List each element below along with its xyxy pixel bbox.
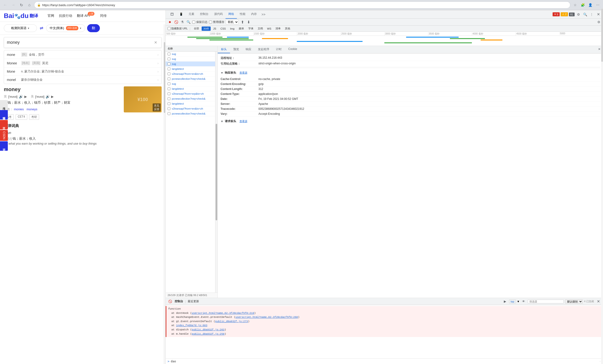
filter-type-js[interactable]: JS bbox=[212, 26, 218, 31]
tab-device[interactable]: 📱 bbox=[176, 10, 186, 19]
sidebar-sort[interactable]: 排序 bbox=[0, 100, 8, 110]
detail-tab-response[interactable]: 响应 bbox=[242, 46, 255, 53]
network-item-pcc-2[interactable]: pcnewcollection?req=check& bbox=[166, 96, 215, 101]
record-button[interactable]: ⏺ bbox=[168, 20, 172, 24]
address-bar[interactable]: 🔒 https://fanyi.baidu.com/?aldtype=16047… bbox=[34, 1, 570, 9]
detail-tab-initiator[interactable]: 发起程序 bbox=[255, 46, 273, 53]
detail-tab-cookie[interactable]: Cookie bbox=[285, 46, 300, 53]
detail-tab-preview[interactable]: 预览 bbox=[230, 46, 242, 53]
filter-type-ws[interactable]: WS bbox=[266, 26, 273, 31]
plural-moneys[interactable]: moneys bbox=[26, 107, 37, 111]
more-options-icon[interactable]: ⋮ bbox=[589, 12, 594, 17]
tab-sources[interactable]: 源代码 bbox=[211, 10, 226, 19]
translate-button[interactable]: 翻 bbox=[87, 24, 100, 32]
network-item-sug-1[interactable]: sug bbox=[166, 52, 215, 57]
back-button[interactable]: ← bbox=[2, 2, 9, 8]
nav-tongchuan[interactable]: 同传 bbox=[100, 14, 107, 18]
clear-button[interactable]: 🚫 bbox=[174, 20, 178, 24]
sidebar-csdn[interactable]: CSDN此 bbox=[0, 130, 8, 141]
console-link-5[interactable]: public_d8a932f.js:263 bbox=[192, 328, 225, 331]
tab-network[interactable]: 网络 bbox=[226, 10, 237, 19]
warn-count-badge[interactable]: ⚠ 2 bbox=[561, 12, 568, 16]
network-settings-icon[interactable]: ⚙ bbox=[596, 20, 601, 24]
nav-guanwang[interactable]: 官网 bbox=[47, 14, 54, 18]
pron-en-play[interactable]: ▶ bbox=[24, 95, 27, 98]
suggestion-item[interactable]: mone [医] 金钱，货币 › bbox=[4, 50, 162, 59]
tab-performance[interactable]: 性能 bbox=[237, 10, 248, 19]
filter-type-doc[interactable]: 文档 bbox=[256, 26, 265, 31]
search-network-icon[interactable]: 🔍 bbox=[186, 20, 191, 24]
msg-count-badge[interactable]: 81 bbox=[569, 12, 575, 16]
src-lang-select[interactable]: 检测到英语 ▼ bbox=[4, 24, 37, 32]
tab-elements[interactable]: 元素 bbox=[186, 10, 197, 19]
view-source-link[interactable]: 查看源 bbox=[240, 71, 247, 75]
filter-icon[interactable]: ⚗ bbox=[180, 20, 185, 24]
console-link-2[interactable]: userscript.html?name…62-3f20cdacf5f0:268 bbox=[235, 316, 298, 318]
panel-scrollbar[interactable] bbox=[163, 24, 165, 364]
sidebar-brief[interactable]: 简明释义 bbox=[0, 110, 8, 119]
pron-en-sound[interactable]: 🔊 bbox=[19, 95, 23, 98]
request-headers-header[interactable]: ▼ 请求标头 查看源 bbox=[220, 118, 600, 124]
upload-har-icon[interactable]: ⬆ bbox=[240, 20, 245, 24]
suggestion-item[interactable]: Monee [地名] [美国] 莫尼 › bbox=[4, 59, 162, 68]
tab-more[interactable]: >> bbox=[260, 10, 267, 19]
console-link-3[interactable]: public_d8a932f.js:273 bbox=[215, 320, 248, 323]
sidebar-resource[interactable]: 资源 bbox=[0, 141, 8, 151]
search-icon[interactable]: 🔍 bbox=[582, 12, 588, 17]
console-clear-icon[interactable]: 🚫 bbox=[168, 299, 173, 304]
feedback-button[interactable]: 意见反馈 bbox=[153, 104, 161, 111]
tab-console[interactable]: 控制台 bbox=[197, 10, 211, 19]
console-eye-icon[interactable]: 👁 bbox=[521, 299, 526, 304]
network-item-v2trans-1[interactable]: v2transapi?from=en&to=zh bbox=[166, 71, 215, 76]
tab-memory[interactable]: 内存 bbox=[248, 10, 260, 19]
devtools-close-button[interactable]: ✕ bbox=[595, 12, 601, 17]
console-close-button[interactable]: ✕ bbox=[595, 299, 601, 304]
network-item-langdetect-2[interactable]: langdetect bbox=[166, 86, 215, 91]
console-input[interactable] bbox=[171, 360, 599, 363]
filter-type-font[interactable]: 字体 bbox=[247, 26, 255, 31]
suggestion-item[interactable]: Mone n. 蒙乃尔合金; 蒙乃尔铜-镍合金 › bbox=[4, 68, 162, 76]
exam-tag-kaoyan[interactable]: 考研 bbox=[29, 114, 39, 120]
exam-tag-cet4[interactable]: CET4 bbox=[16, 114, 27, 120]
view-source-request-link[interactable]: 查看源 bbox=[240, 119, 247, 123]
filter-type-other[interactable]: 其他 bbox=[283, 26, 292, 31]
network-item-pcc-3[interactable]: pcnewcollection?req=check& bbox=[166, 111, 215, 116]
menu-icon[interactable]: ⋯ bbox=[594, 2, 601, 8]
filter-type-media[interactable]: 媒体 bbox=[237, 26, 246, 31]
profile-icon[interactable]: 👤 bbox=[587, 2, 593, 8]
extensions-icon[interactable]: 🧩 bbox=[579, 2, 586, 8]
pron-us-sound[interactable]: 🔊 bbox=[46, 95, 50, 98]
detail-tab-headers[interactable]: 标头 bbox=[218, 46, 230, 53]
sidebar-download[interactable]: 下载 bbox=[0, 120, 8, 129]
suggestion-item[interactable]: monel 蒙奈尔铜镍合金 › bbox=[4, 76, 162, 84]
download-har-icon[interactable]: ⬇ bbox=[246, 20, 251, 24]
tgt-lang-select[interactable]: 中文(简体) 200+语种 ▼ bbox=[46, 24, 85, 32]
network-scrollbar[interactable] bbox=[215, 52, 218, 293]
nav-api[interactable]: 翻译 API 上新 bbox=[77, 14, 90, 18]
reload-button[interactable]: ↻ bbox=[18, 2, 25, 8]
network-item-langdetect-1[interactable]: langdetect bbox=[166, 67, 215, 71]
network-item-sug-2[interactable]: sug bbox=[166, 57, 215, 61]
detail-tab-timing[interactable]: 计时 bbox=[273, 46, 285, 53]
network-item-langdetect-3[interactable]: langdetect bbox=[166, 101, 215, 106]
bookmark-icon[interactable]: ☆ bbox=[572, 2, 578, 8]
filter-type-all[interactable]: 全部 bbox=[192, 26, 201, 31]
nav-kangyi[interactable]: 抗疫行动 bbox=[59, 14, 72, 18]
network-item-sug-4[interactable]: sug bbox=[166, 82, 215, 86]
plural-monies[interactable]: monies bbox=[14, 107, 24, 111]
pron-us-play[interactable]: ▶ bbox=[51, 95, 54, 98]
filter-type-manifest[interactable]: 清单 bbox=[274, 26, 282, 31]
swap-button[interactable]: ⇌ bbox=[39, 25, 44, 32]
network-item-v2trans-3[interactable]: v2transapi?from=en&to=zh bbox=[166, 106, 215, 111]
tab-inspect[interactable] bbox=[168, 10, 176, 19]
console-updates[interactable]: 最近更新 bbox=[188, 299, 199, 303]
console-link-6[interactable]: public_d8a932f.js:258 bbox=[192, 332, 225, 335]
search-text[interactable]: money bbox=[7, 40, 153, 45]
console-link-4[interactable]: index_f4d8a7d.js:683 bbox=[176, 324, 207, 327]
console-level-select[interactable]: 默认级别 bbox=[565, 299, 583, 304]
error-count-badge[interactable]: ✕ 9 bbox=[553, 12, 559, 16]
network-throttle-select[interactable]: 联机 bbox=[226, 20, 239, 24]
filter-type-css[interactable]: CSS bbox=[219, 26, 228, 31]
response-headers-header[interactable]: ▼ 响应标头 查看源 bbox=[220, 70, 600, 76]
home-button[interactable]: ⌂ bbox=[26, 2, 33, 8]
